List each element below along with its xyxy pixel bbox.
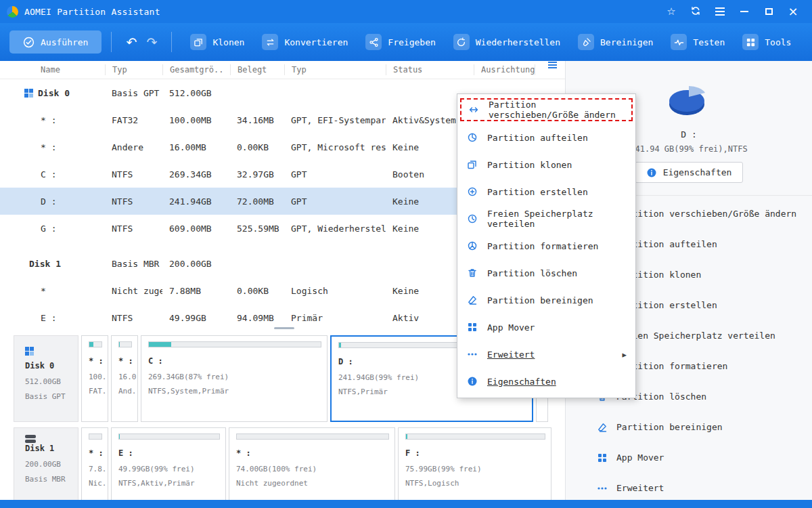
partition-block-f[interactable]: F : 75.99GB(99% frei) NTFS,Logisch [398,427,551,500]
eraser-icon [596,421,608,433]
test-icon [671,34,687,50]
check-icon [23,37,35,48]
format-icon [466,240,478,252]
mbr-disk-icon [25,435,72,438]
eraser-icon [466,295,478,306]
menu-item-create[interactable]: Partition erstellen [457,178,635,205]
column-header-status[interactable]: Status [386,64,474,75]
update-sync-icon[interactable] [683,2,708,21]
capacity-bar [118,341,132,347]
toolbar-button-clean[interactable]: Bereinigen [578,34,653,50]
disk1-info-block[interactable]: Disk 1 200.00GB Basis MBR [14,427,78,500]
table-header: Name Typ Gesamtgrö.. Belegt Typ Status A… [0,61,565,79]
partition-block-unallocated[interactable]: * : 74.00GB(100% frei) Nicht zugeordnet [229,427,395,500]
toolbar-button-convert[interactable]: Konvertieren [262,34,348,50]
toolbar-button-test[interactable]: Testen [671,34,725,50]
menu-item-format[interactable]: Partition formatieren [457,232,635,259]
trash-icon [466,268,478,279]
convert-icon [262,34,278,50]
more-icon [466,349,478,360]
column-header-used[interactable]: Belegt [230,64,284,75]
menu-item-properties[interactable]: Eigenschaften [457,368,635,395]
partition-block-c[interactable]: C : 269.34GB(87% frei) NTFS,System,Primä… [141,335,328,422]
split-icon [466,132,478,144]
move-resize-icon [468,104,479,116]
column-settings-icon[interactable] [535,64,565,75]
menu-item-move-resize[interactable]: Partition verschieben/Größe ändern [461,100,631,120]
app-mover-icon [596,452,608,463]
partition-block-efi[interactable]: * : 100... FAT... [81,335,108,422]
info-icon [646,167,658,178]
capacity-bar [89,433,102,440]
favorite-star-icon[interactable]: ☆ [659,2,683,21]
redo-button[interactable]: ↷ [141,32,162,52]
app-mover-icon [466,322,478,333]
app-logo-icon [7,6,18,18]
capacity-bar [89,341,102,347]
column-header-alignment[interactable]: Ausrichtung [474,64,535,75]
menu-item-split[interactable]: Partition aufteilen [457,124,635,151]
minimize-button[interactable] [732,2,757,21]
partition-block-small[interactable]: * : 7.8... Nic... [81,427,108,500]
title-bar: AOMEI Partition Assistant ☆ × [0,0,812,23]
context-menu: Partition verschieben/Größe ändern Parti… [457,93,636,398]
gpt-disk-icon [24,89,33,98]
close-button[interactable]: × [781,2,805,21]
capacity-bar [236,433,389,440]
allocate-icon [466,213,478,225]
column-header-name[interactable]: Name [0,64,105,75]
capacity-bar [405,433,545,440]
restore-icon [453,34,470,50]
tools-icon [742,34,759,50]
toolbar: Ausführen ↶ ↷ Klonen Konvertieren Freige… [0,23,812,61]
sidebar-action-advanced[interactable]: Erweitert [566,473,812,503]
status-bar [0,500,812,508]
toolbar-button-restore[interactable]: Wiederherstellen [453,34,560,50]
capacity-bar [148,341,321,347]
column-header-fs-type[interactable]: Typ [105,64,162,75]
gpt-disk-icon [25,347,34,356]
share-icon [365,34,382,50]
menu-item-app-mover[interactable]: App Mover [457,314,635,341]
undo-button[interactable]: ↶ [121,32,141,52]
horizontal-scrollbar[interactable] [274,327,294,329]
toolbar-button-share[interactable]: Freigeben [365,34,435,50]
more-icon [596,482,608,494]
column-header-partition-type[interactable]: Typ [284,64,386,75]
menu-item-advanced[interactable]: Erweitert▸ [457,341,635,368]
sidebar-action-app-mover[interactable]: App Mover [566,442,812,473]
menu-item-wipe[interactable]: Partition bereinigen [457,287,635,314]
partition-block-e[interactable]: E : 49.99GB(99% frei) NTFS,Aktiv,Primär [111,427,226,500]
partition-block-msr[interactable]: * : 16.0... And... [111,335,138,422]
main-menu-icon[interactable] [708,2,732,21]
clone-icon [466,159,478,171]
maximize-button[interactable] [757,2,781,21]
column-header-total-size[interactable]: Gesamtgrö.. [162,64,230,75]
disk0-info-block[interactable]: Disk 0 512.00GB Basis GPT [14,335,78,422]
sidebar-action-wipe[interactable]: Partition bereinigen [566,412,812,442]
menu-item-allocate[interactable]: Freien Speicherplatz verteilen [457,205,635,232]
execute-label: Ausführen [41,37,88,47]
info-icon [466,376,478,387]
drive-pie-chart [662,80,715,119]
clone-icon [190,34,206,50]
create-icon [466,186,478,198]
execute-button[interactable]: Ausführen [9,30,102,54]
annotation-highlight-box: Partition verschieben/Größe ändern [460,98,633,121]
capacity-bar [118,433,220,440]
window-title: AOMEI Partition Assistant [24,7,160,17]
toolbar-button-tools[interactable]: Tools [742,34,791,50]
disk1-map-row: Disk 1 200.00GB Basis MBR * : 7.8... Nic… [14,427,551,500]
toolbar-button-clone[interactable]: Klonen [190,34,244,50]
properties-button[interactable]: Eigenschaften [635,162,744,183]
menu-item-delete[interactable]: Partition löschen [457,259,635,287]
clean-icon [578,34,594,50]
menu-item-clone[interactable]: Partition klonen [457,151,635,178]
submenu-arrow-icon: ▸ [622,350,627,360]
